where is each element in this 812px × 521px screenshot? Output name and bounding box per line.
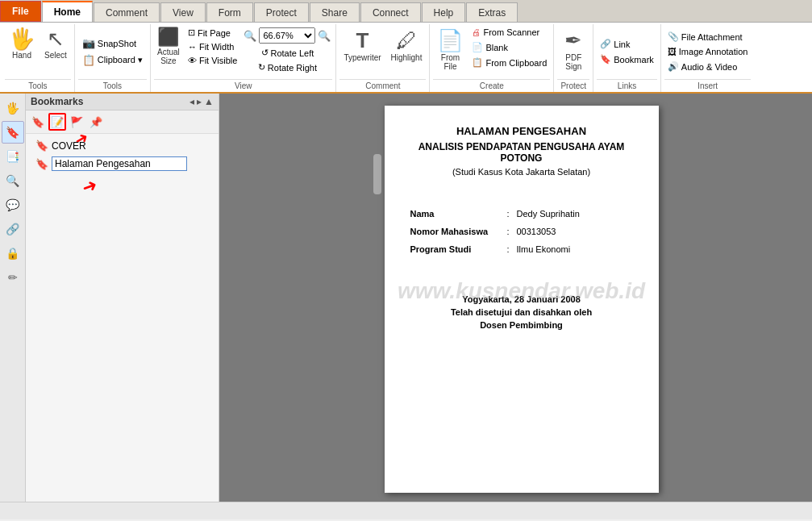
pdf-colon-3: : [507,244,517,254]
view-group-label: View [154,79,332,92]
from-file-label: FromFile [441,53,460,71]
tab-share[interactable]: Share [310,2,360,22]
blank-label: Blank [485,43,508,52]
sidebar-lock-btn[interactable]: 🔒 [2,242,24,265]
tab-extras[interactable]: Extras [466,2,518,22]
pdf-label-nama: Nama [410,209,507,219]
actual-size-label: ActualSize [157,48,180,65]
rotate-left-label: Rotate Left [271,48,314,58]
file-attachment-icon: 📎 [668,31,679,42]
pdf-bottom-line3: Dosen Pembimbing [410,320,633,330]
bookmark-tool-flag[interactable]: 🚩 [68,113,85,131]
bookmarks-next-arrow[interactable]: ▸ [197,96,202,107]
fit-page-button[interactable]: ⊡ Fit Page [185,26,240,40]
link-button[interactable]: 🔗 Link [597,37,657,51]
pdf-view-area: HALAMAN PENGESAHAN ANALISIS PENDAPATAN P… [219,94,812,502]
sidebar-bookmark-btn[interactable]: 🔖 [2,121,24,144]
tab-file[interactable]: File [0,1,41,22]
audio-video-button[interactable]: 🔊 Audio & Video [664,60,752,73]
from-scanner-button[interactable]: 🖨 From Scanner [468,26,550,39]
bookmark-tool-pin[interactable]: 📌 [87,113,105,131]
pdf-bottom: Yogyakarta, 28 Januari 2008 Telah disetu… [410,294,633,330]
tab-view[interactable]: View [160,2,206,22]
bookmarks-title: Bookmarks [31,96,83,107]
sidebar-link-btn[interactable]: 🔗 [2,218,24,240]
rotate-right-button[interactable]: ↻ Rotate Right [255,60,320,74]
from-clipboard-button[interactable]: 📋 From Clipboard [468,56,550,69]
bookmark-item-cover[interactable]: 🔖 COVER [26,137,219,154]
pdf-sign-button[interactable]: ✒ PDFSign [557,26,589,73]
hand-button[interactable]: 🖐 Hand [5,26,39,62]
tab-protect[interactable]: Protect [254,2,309,22]
protect-group-label: Protect [557,79,589,92]
fit-visible-button[interactable]: 👁 Fit Visible [185,54,240,67]
sidebar-hand-btn[interactable]: 🖐 [2,97,24,119]
tab-protect-label: Protect [266,7,297,19]
sidebar-search-btn[interactable]: 🔍 [2,169,24,192]
red-arrow-input: ➜ [79,174,100,199]
bookmark-button[interactable]: 🔖 Bookmark [597,52,657,66]
image-annotation-label: Image Annotation [679,47,748,56]
ribbon-group-insert: 📎 File Attachment 🖼 Image Annotation 🔊 A… [661,24,755,92]
ribbon-group-tools: 🖐 Hand ↖ Select Tools [2,24,75,92]
pdf-title: HALAMAN PENGESAHAN [410,125,633,137]
snapshot-button[interactable]: 📷 SnapShot [78,35,147,51]
pdf-bottom-line2: Telah disetujui dan disahkan oleh [410,307,633,317]
ribbon-group-comment: T Typewriter 🖊 Highlight Comment [336,24,430,92]
bookmark-item-pengesahan[interactable]: 🔖 [26,154,219,173]
bookmarks-close-arrow[interactable]: ▲ [204,96,214,107]
typewriter-button[interactable]: T Typewriter [339,26,385,65]
tab-form[interactable]: Form [206,2,253,22]
hand-label: Hand [12,51,31,60]
snapshot-icon: 📷 [82,37,95,49]
pdf-colon-2: : [507,227,517,236]
pdf-info-row-2: Nomor Mahasiswa : 00313053 [410,227,633,236]
bookmark-tool-edit[interactable]: 📝 [48,113,66,131]
bookmark-pengesahan-icon: 🔖 [35,158,48,170]
sidebar-comment-btn[interactable]: 💬 [2,194,24,216]
tab-home[interactable]: Home [42,1,93,22]
bookmark-tool-add[interactable]: 🔖 [29,113,47,131]
tab-comment-label: Comment [106,7,148,19]
rotate-left-button[interactable]: ↺ Rotate Left [258,46,318,60]
bookmarks-prev-arrow[interactable]: ◂ [189,96,194,107]
zoom-select[interactable]: 66.67% 50% 75% 100% [259,27,315,44]
tab-connect[interactable]: Connect [360,2,421,22]
bookmark-pengesahan-input[interactable] [52,156,187,171]
clipboard-icon: 📋 [82,54,95,66]
sidebar-pages-btn[interactable]: 📑 [2,145,24,168]
ribbon-group-view: ⬛ ActualSize ⊡ Fit Page ↔ Fit Width 👁 Fi… [151,24,336,92]
from-file-button[interactable]: 📄 FromFile [433,26,467,73]
file-attachment-label: File Attachment [681,32,743,42]
file-attachment-button[interactable]: 📎 File Attachment [664,30,752,44]
pdf-page: HALAMAN PENGESAHAN ANALISIS PENDAPATAN P… [385,106,659,493]
tab-share-label: Share [322,7,348,19]
pdf-value-prodi: Ilmu Ekonomi [517,244,571,254]
zoom-out-button[interactable]: 🔍 [242,30,258,42]
audio-video-label: Audio & Video [681,62,738,72]
select-button[interactable]: ↖ Select [40,26,71,62]
pdf-info-row-1: Nama : Dedy Suprihatin [410,209,633,219]
blank-button[interactable]: 📄 Blank [468,40,550,54]
bookmark-label: Bookmark [614,55,654,65]
rotate-right-icon: ↻ [258,62,265,73]
highlight-button[interactable]: 🖊 Highlight [387,26,427,65]
actual-size-button[interactable]: ⬛ ActualSize [154,26,183,68]
actual-size-icon: ⬛ [157,28,179,46]
create-group-label: Create [433,79,550,92]
tab-help[interactable]: Help [422,2,466,22]
zoom-in-button[interactable]: 🔍 [316,30,332,42]
hand-icon: 🖐 [9,28,35,49]
tab-comment[interactable]: Comment [94,2,160,22]
image-annotation-icon: 🖼 [668,47,677,56]
image-annotation-button[interactable]: 🖼 Image Annotation [664,45,752,58]
sidebar-edit-btn[interactable]: ✏ [2,266,24,289]
pdf-value-nomor: 00313053 [517,227,556,236]
ribbon-group-links: 🔗 Link 🔖 Bookmark Links [593,24,661,92]
from-clipboard-label: From Clipboard [485,58,547,68]
scroll-handle[interactable] [373,154,381,194]
ribbon-group-protect: ✒ PDFSign Protect [554,24,593,92]
bookmark-cover-label: COVER [52,140,86,152]
clipboard-button[interactable]: 📋 Clipboard ▾ [78,52,147,68]
fit-width-button[interactable]: ↔ Fit Width [185,40,240,53]
